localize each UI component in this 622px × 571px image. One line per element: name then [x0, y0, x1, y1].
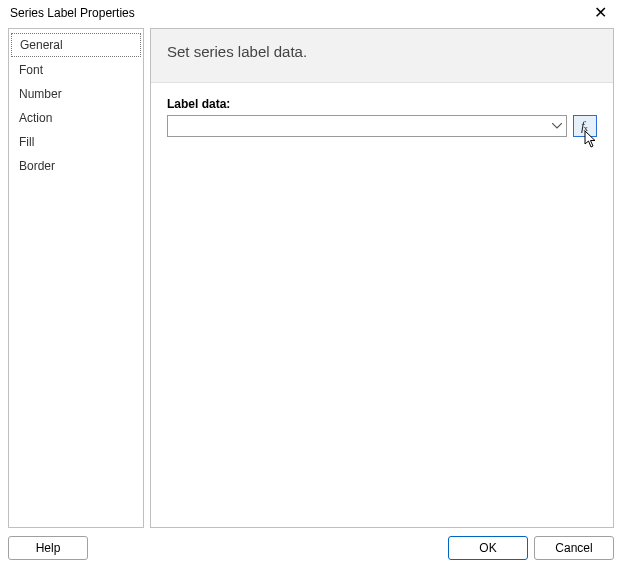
sidebar-item-label: General [20, 38, 63, 52]
help-button[interactable]: Help [8, 536, 88, 560]
chevron-down-icon[interactable] [548, 116, 566, 136]
sidebar-item-label: Number [19, 87, 62, 101]
cancel-button[interactable]: Cancel [534, 536, 614, 560]
sidebar-item-number[interactable]: Number [9, 82, 143, 106]
label-data-input[interactable] [168, 116, 548, 136]
sidebar-item-action[interactable]: Action [9, 106, 143, 130]
sidebar-item-border[interactable]: Border [9, 154, 143, 178]
titlebar: Series Label Properties ✕ [0, 0, 622, 28]
label-data-row: fx [167, 115, 597, 137]
sidebar-item-label: Font [19, 63, 43, 77]
sidebar-item-fill[interactable]: Fill [9, 130, 143, 154]
footer-right: OK Cancel [448, 536, 614, 560]
fx-icon: fx [581, 118, 589, 134]
sidebar-item-general[interactable]: General [11, 33, 141, 57]
content-area: General Font Number Action Fill Border S… [0, 28, 622, 528]
ok-button[interactable]: OK [448, 536, 528, 560]
window-title: Series Label Properties [10, 6, 135, 20]
label-data-combobox[interactable] [167, 115, 567, 137]
panel-header: Set series label data. [151, 29, 613, 83]
sidebar: General Font Number Action Fill Border [8, 28, 144, 528]
footer: Help OK Cancel [0, 528, 622, 570]
panel-heading: Set series label data. [167, 43, 597, 60]
panel-body: Label data: fx [151, 83, 613, 151]
sidebar-item-label: Fill [19, 135, 34, 149]
close-icon[interactable]: ✕ [586, 5, 614, 21]
main-panel: Set series label data. Label data: fx [150, 28, 614, 528]
sidebar-item-label: Border [19, 159, 55, 173]
expression-button[interactable]: fx [573, 115, 597, 137]
sidebar-item-font[interactable]: Font [9, 58, 143, 82]
sidebar-item-label: Action [19, 111, 52, 125]
label-data-label: Label data: [167, 97, 597, 111]
